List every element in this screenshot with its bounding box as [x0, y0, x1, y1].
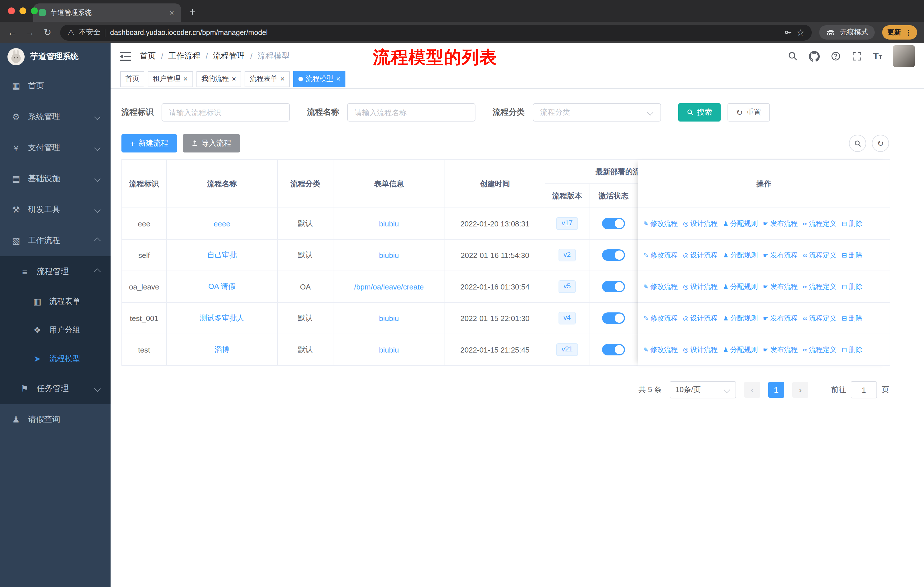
action-design[interactable]: ◎设计流程 [683, 250, 718, 260]
minimize-window-button[interactable] [20, 7, 26, 14]
action-publish[interactable]: ☛发布流程 [763, 219, 798, 228]
action-edit[interactable]: ✎修改流程 [643, 250, 678, 260]
filter-input-process-id[interactable] [162, 103, 290, 122]
update-button[interactable]: 更新 ⋮ [882, 25, 917, 40]
sidebar-item-system-mgmt[interactable]: ⚙系统管理 [0, 101, 111, 132]
sidebar-item-dev-tools[interactable]: ⚒研发工具 [0, 194, 111, 225]
close-icon[interactable]: × [336, 75, 341, 83]
tab-tag-home[interactable]: 首页 [120, 71, 144, 87]
font-size-icon[interactable]: TT [873, 51, 882, 61]
security-label[interactable]: 不安全 [79, 28, 100, 37]
active-toggle[interactable] [602, 344, 625, 356]
sidebar-item-user-group[interactable]: ❖用户分组 [0, 316, 111, 344]
back-icon[interactable]: ← [7, 27, 17, 38]
action-definition[interactable]: ∞流程定义 [803, 282, 837, 291]
form-info-link[interactable]: biubiu [379, 219, 399, 228]
action-definition[interactable]: ∞流程定义 [803, 313, 837, 323]
sidebar-item-task-mgmt[interactable]: ⚑任务管理 [0, 373, 111, 404]
sidebar-item-payment-mgmt[interactable]: ¥支付管理 [0, 132, 111, 164]
forward-icon[interactable]: → [25, 27, 35, 38]
action-publish[interactable]: ☛发布流程 [763, 282, 798, 291]
sidebar-item-process-model[interactable]: ➤流程模型 [0, 344, 111, 373]
process-name-link[interactable]: 自己审批 [207, 250, 237, 260]
sidebar-item-home[interactable]: ▦首页 [0, 71, 111, 101]
version-badge[interactable]: v21 [556, 343, 578, 356]
bookmark-star-icon[interactable]: ☆ [797, 27, 804, 38]
github-icon[interactable] [809, 51, 820, 62]
action-definition[interactable]: ∞流程定义 [803, 250, 837, 260]
close-window-button[interactable] [8, 7, 15, 14]
filter-select-process-category[interactable]: 流程分类 [533, 103, 661, 122]
action-delete[interactable]: ⊟删除 [842, 345, 863, 355]
tab-close-icon[interactable]: × [168, 8, 175, 17]
sidebar-item-leave-query[interactable]: ♟请假查询 [0, 404, 111, 435]
form-info-link[interactable]: /bpm/oa/leave/create [354, 282, 424, 291]
action-edit[interactable]: ✎修改流程 [643, 313, 678, 323]
close-icon[interactable]: × [280, 75, 284, 83]
action-delete[interactable]: ⊟删除 [842, 313, 863, 323]
version-badge[interactable]: v5 [558, 280, 576, 293]
avatar[interactable] [893, 45, 915, 67]
page-1-button[interactable]: 1 [768, 382, 784, 398]
sidebar-item-workflow[interactable]: ▧工作流程 [0, 225, 111, 256]
action-design[interactable]: ◎设计流程 [683, 282, 718, 291]
breadcrumb-item[interactable]: 工作流程 [168, 51, 201, 61]
active-toggle[interactable] [602, 281, 625, 293]
active-toggle[interactable] [602, 218, 625, 229]
action-assign-rule[interactable]: ♟分配规则 [723, 313, 758, 323]
process-name-link[interactable]: eeee [214, 219, 230, 228]
process-name-link[interactable]: 测试多审批人 [200, 313, 244, 323]
menu-kebab-icon[interactable]: ⋮ [905, 28, 912, 36]
browser-tab[interactable]: 芋道管理系统 × [33, 3, 181, 22]
hamburger-icon[interactable] [120, 51, 131, 61]
help-icon[interactable] [831, 51, 841, 61]
reset-button[interactable]: ↻重置 [728, 103, 770, 122]
goto-page-input[interactable] [851, 381, 877, 398]
filter-input-process-name[interactable] [347, 103, 475, 122]
form-info-link[interactable]: biubiu [379, 346, 399, 354]
breadcrumb-item[interactable]: 首页 [140, 51, 156, 61]
reload-icon[interactable]: ↻ [42, 27, 53, 38]
create-process-button[interactable]: + 新建流程 [121, 134, 177, 152]
toggle-search-button[interactable] [849, 135, 866, 152]
process-name-link[interactable]: 滔博 [214, 344, 229, 355]
active-toggle[interactable] [602, 250, 625, 261]
search-icon[interactable] [788, 51, 798, 61]
next-page-button[interactable]: › [792, 382, 808, 398]
action-assign-rule[interactable]: ♟分配规则 [723, 282, 758, 291]
action-definition[interactable]: ∞流程定义 [803, 345, 837, 355]
version-badge[interactable]: v4 [558, 312, 576, 324]
process-name-link[interactable]: OA 请假 [208, 281, 236, 292]
form-info-link[interactable]: biubiu [379, 314, 399, 322]
new-tab-button[interactable]: + [185, 4, 201, 20]
form-info-link[interactable]: biubiu [379, 251, 399, 260]
action-publish[interactable]: ☛发布流程 [763, 313, 798, 323]
sidebar-item-process-mgmt[interactable]: ≡流程管理 [0, 256, 111, 287]
tab-tag-my-process[interactable]: 我的流程× [196, 71, 241, 87]
version-badge[interactable]: v2 [558, 249, 576, 261]
close-icon[interactable]: × [232, 75, 236, 83]
search-button[interactable]: 搜索 [678, 103, 721, 122]
action-design[interactable]: ◎设计流程 [683, 219, 718, 228]
tab-tag-tenant-mgmt[interactable]: 租户管理× [148, 71, 193, 87]
action-edit[interactable]: ✎修改流程 [643, 219, 678, 228]
address-bar[interactable]: ⚠ 不安全 dashboard.yudao.iocoder.cn/bpm/man… [60, 24, 812, 40]
action-definition[interactable]: ∞流程定义 [803, 219, 837, 228]
action-edit[interactable]: ✎修改流程 [643, 345, 678, 355]
active-toggle[interactable] [602, 313, 625, 324]
action-assign-rule[interactable]: ♟分配规则 [723, 219, 758, 228]
import-process-button[interactable]: 导入流程 [183, 134, 240, 152]
action-assign-rule[interactable]: ♟分配规则 [723, 345, 758, 355]
prev-page-button[interactable]: ‹ [744, 382, 760, 398]
zoom-window-button[interactable] [31, 7, 38, 14]
sidebar-item-infrastructure[interactable]: ▤基础设施 [0, 164, 111, 194]
refresh-table-button[interactable]: ↻ [872, 135, 889, 152]
action-delete[interactable]: ⊟删除 [842, 250, 863, 260]
action-publish[interactable]: ☛发布流程 [763, 250, 798, 260]
action-assign-rule[interactable]: ♟分配规则 [723, 250, 758, 260]
action-edit[interactable]: ✎修改流程 [643, 282, 678, 291]
action-publish[interactable]: ☛发布流程 [763, 345, 798, 355]
page-size-select[interactable]: 10条/页 [670, 381, 736, 398]
action-delete[interactable]: ⊟删除 [842, 219, 863, 228]
tab-tag-process-model[interactable]: 流程模型× [293, 71, 346, 87]
